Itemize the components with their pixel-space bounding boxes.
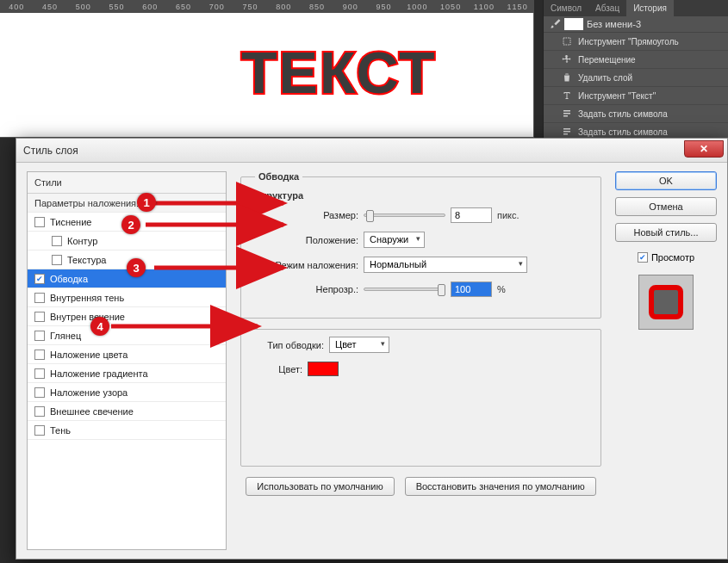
style-icon (561, 126, 573, 138)
new-style-button[interactable]: Новый стиль... (615, 223, 717, 242)
style-checkbox[interactable] (34, 331, 45, 341)
annotation-badge-2: 2 (121, 215, 140, 234)
opacity-unit: % (497, 284, 506, 294)
history-item[interactable]: Удалить слой (544, 69, 728, 87)
history-panel: Символ Абзац История Без имени-3 Инструм… (543, 0, 728, 138)
dialog-right-column: OK Отмена Новый стиль... ✔ Просмотр (615, 171, 717, 550)
close-button[interactable]: ✕ (684, 140, 724, 158)
style-checkbox[interactable] (34, 217, 45, 227)
style-item[interactable]: Контур (28, 232, 226, 251)
size-slider[interactable] (364, 213, 445, 217)
style-item[interactable]: Тень (28, 421, 226, 440)
style-item[interactable]: Внутрен вечение (28, 307, 226, 326)
preview-checkbox-row[interactable]: ✔ Просмотр (638, 252, 694, 263)
style-checkbox[interactable] (34, 368, 45, 379)
history-item-label: Задать стиль символа (578, 109, 668, 119)
history-item[interactable]: Задать стиль символа (544, 105, 728, 123)
cancel-button[interactable]: Отмена (615, 197, 717, 216)
close-icon: ✕ (700, 143, 708, 155)
settings-panel: Обводка Структура Размер: пикс. Положени… (239, 171, 603, 550)
style-item[interactable]: Наложение цвета (28, 345, 226, 364)
style-item-label: Глянец (50, 331, 81, 341)
style-item-label: Текстура (67, 255, 106, 265)
brush-icon (549, 18, 561, 30)
position-combo[interactable]: Снаружи (364, 232, 425, 248)
style-item-label: Тень (50, 425, 71, 436)
preview-label: Просмотр (651, 252, 694, 263)
text-icon (561, 90, 573, 102)
style-item[interactable]: Внешнее свечение (28, 402, 226, 421)
restore-default-button[interactable]: Восстановить значения по умолчанию (405, 477, 596, 496)
stroke-group-title: Обводка (255, 171, 302, 182)
style-item[interactable]: Внутренняя тень (28, 288, 226, 307)
structure-title: Структура (255, 190, 587, 201)
style-item-label: Наложение цвета (50, 350, 128, 360)
style-checkbox[interactable] (52, 236, 62, 246)
blendmode-combo[interactable]: Нормальный (364, 257, 527, 273)
stroketype-label: Тип обводки: (255, 340, 324, 350)
style-item-label: Наложение градиента (50, 368, 148, 379)
style-checkbox[interactable] (34, 350, 45, 360)
annotation-badge-4: 4 (90, 317, 109, 336)
doc-name: Без имени-3 (587, 19, 641, 29)
style-item[interactable]: Наложение градиента (28, 364, 226, 383)
opacity-label: Непрозр.: (255, 284, 358, 294)
style-checkbox[interactable] (34, 293, 45, 303)
style-checkbox[interactable] (34, 387, 45, 398)
history-item[interactable]: Инструмент "Текст" (544, 87, 728, 105)
style-item-label: Внутрен вечение (50, 312, 125, 322)
tab-char[interactable]: Символ (544, 0, 588, 16)
style-item-label: Обводка (50, 274, 88, 284)
history-item[interactable]: Перемещение (544, 51, 728, 69)
style-item-label: Наложение узора (50, 387, 128, 398)
rect-icon (561, 35, 573, 47)
color-swatch[interactable] (308, 362, 339, 376)
history-item-label: Задать стиль символа (578, 127, 668, 137)
preview-checkbox[interactable]: ✔ (638, 252, 648, 263)
opacity-input[interactable] (451, 282, 492, 297)
history-item-label: Инструмент "Прямоуголь (578, 37, 679, 46)
preview-square (649, 285, 683, 319)
style-checkbox[interactable] (34, 425, 45, 436)
doc-thumb (564, 18, 583, 30)
style-checkbox[interactable]: ✔ (34, 274, 45, 284)
dialog-title: Стиль слоя (23, 145, 78, 157)
position-label: Положение: (255, 235, 358, 245)
annotation-badge-3: 3 (127, 258, 146, 277)
tab-history[interactable]: История (626, 0, 674, 16)
history-item[interactable]: Задать стиль символа (544, 123, 728, 138)
make-default-button[interactable]: Использовать по умолчанию (246, 477, 394, 496)
layer-style-dialog: Стиль слоя ✕ Стили Параметры наложения: … (16, 138, 728, 560)
style-item-label: Внешнее свечение (50, 406, 134, 417)
history-doc-row[interactable]: Без имени-3 (544, 16, 728, 33)
preview-box (638, 275, 694, 330)
style-item-label: Тиснение (50, 217, 91, 227)
ruler-top: 4004505005506006507007508008509009501000… (0, 0, 534, 13)
canvas-area: 4004505005506006507007508008509009501000… (0, 0, 534, 138)
style-item-label: Контур (67, 236, 97, 246)
style-item[interactable]: ✔Обводка (28, 269, 226, 288)
annotation-badge-1: 1 (137, 193, 156, 212)
size-input[interactable] (451, 207, 492, 223)
blending-options-row[interactable]: Параметры наложения: п (28, 194, 226, 213)
size-label: Размер: (255, 210, 358, 220)
style-item[interactable]: Глянец (28, 326, 226, 345)
style-item-label: Внутренняя тень (50, 293, 124, 303)
trash-icon (561, 71, 573, 84)
stroketype-combo[interactable]: Цвет (329, 337, 389, 353)
history-item-label: Удалить слой (578, 73, 632, 83)
history-item-label: Перемещение (578, 55, 636, 65)
ok-button[interactable]: OK (615, 171, 717, 190)
tab-para[interactable]: Абзац (588, 0, 626, 16)
style-checkbox[interactable] (34, 312, 45, 322)
opacity-slider[interactable] (364, 288, 445, 291)
style-checkbox[interactable] (34, 406, 45, 417)
style-item[interactable]: Наложение узора (28, 383, 226, 402)
style-checkbox[interactable] (52, 255, 62, 265)
history-item[interactable]: Инструмент "Прямоуголь (544, 33, 728, 51)
blending-options-label: Параметры наложения: п (34, 198, 146, 208)
dialog-titlebar[interactable]: Стиль слоя ✕ (16, 139, 727, 163)
history-item-label: Инструмент "Текст" (578, 91, 656, 101)
style-icon (561, 108, 573, 120)
panel-tabs[interactable]: Символ Абзац История (544, 0, 728, 16)
